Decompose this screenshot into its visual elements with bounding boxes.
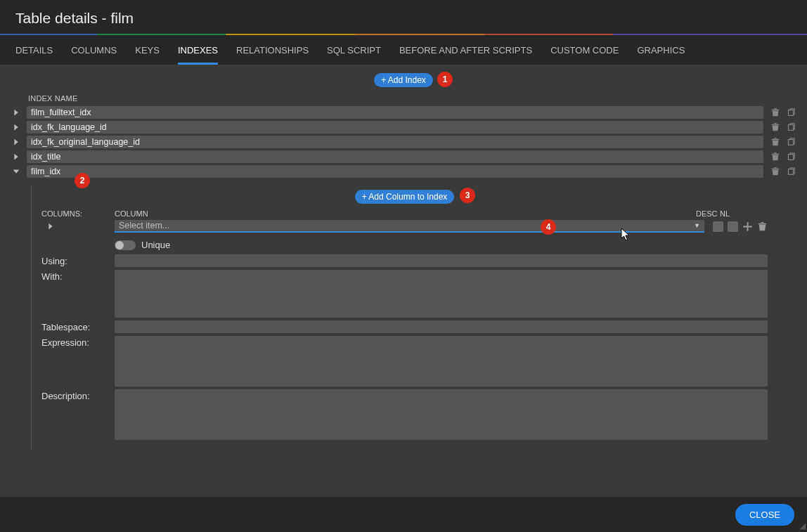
- index-column-row: Select item... ▼ 4: [41, 220, 768, 233]
- tablespace-label: Tablespace:: [41, 320, 115, 332]
- index-name-input[interactable]: [27, 136, 763, 148]
- unique-label: Unique: [141, 240, 170, 250]
- with-label: With:: [41, 270, 115, 282]
- chevron-right-icon[interactable]: [11, 152, 22, 162]
- callout-3: 3: [460, 188, 475, 203]
- svg-rect-3: [789, 154, 794, 160]
- column-header: COLUMN: [115, 209, 696, 218]
- titlebar: Table details - film: [0, 0, 807, 34]
- copy-icon[interactable]: [786, 137, 796, 147]
- add-column-row: + Add Column to Index 3: [41, 190, 768, 204]
- desc-checkbox[interactable]: [713, 221, 723, 232]
- chevron-right-icon[interactable]: [11, 137, 22, 147]
- index-row: [11, 134, 796, 149]
- with-textarea[interactable]: [115, 270, 768, 318]
- index-list: INDEX NAME: [0, 94, 807, 450]
- column-select[interactable]: Select item... ▼: [115, 220, 704, 233]
- tab-indexes[interactable]: INDEXES: [178, 45, 218, 65]
- columns-label: COLUMNS:: [41, 209, 115, 218]
- index-name-input[interactable]: [27, 106, 763, 119]
- add-index-row: + Add Index 1: [0, 73, 807, 87]
- select-placeholder: Select item...: [119, 221, 169, 231]
- tab-columns[interactable]: COLUMNS: [71, 45, 117, 65]
- copy-icon[interactable]: [786, 108, 796, 117]
- trash-icon[interactable]: [770, 122, 780, 132]
- svg-rect-1: [789, 124, 794, 130]
- expression-textarea[interactable]: [115, 336, 768, 387]
- trash-icon[interactable]: [757, 221, 768, 232]
- tab-bar: DETAILS COLUMNS KEYS INDEXES RELATIONSHI…: [0, 35, 807, 65]
- trash-icon[interactable]: [770, 152, 780, 162]
- index-name-input[interactable]: [27, 121, 763, 134]
- chevron-down-icon[interactable]: [11, 167, 22, 176]
- trash-icon[interactable]: [770, 167, 780, 176]
- index-detail-panel: + Add Column to Index 3 COLUMNS: COLUMN …: [31, 186, 796, 450]
- move-icon[interactable]: [742, 221, 753, 232]
- using-label: Using:: [41, 254, 115, 266]
- tab-custom-code[interactable]: CUSTOM CODE: [550, 45, 619, 65]
- close-button[interactable]: CLOSE: [735, 504, 794, 526]
- svg-rect-2: [789, 139, 794, 145]
- trash-icon[interactable]: [770, 137, 780, 147]
- index-row: [11, 149, 796, 164]
- chevron-right-icon[interactable]: [41, 221, 110, 231]
- tab-keys[interactable]: KEYS: [135, 45, 160, 65]
- index-name-input[interactable]: [27, 150, 763, 163]
- chevron-right-icon[interactable]: [11, 122, 22, 132]
- tab-relationships[interactable]: RELATIONSHIPS: [236, 45, 309, 65]
- index-name-header: INDEX NAME: [11, 94, 796, 103]
- nl-header: NL: [717, 209, 732, 218]
- callout-4: 4: [541, 219, 556, 235]
- resize-grip-icon[interactable]: ◢: [799, 521, 806, 531]
- chevron-right-icon[interactable]: [11, 108, 22, 117]
- svg-rect-0: [789, 110, 794, 115]
- unique-row: Unique: [115, 240, 768, 250]
- copy-icon[interactable]: [786, 152, 796, 162]
- svg-rect-4: [789, 169, 794, 174]
- copy-icon[interactable]: [786, 167, 796, 176]
- expression-label: Expression:: [41, 336, 115, 348]
- description-label: Description:: [41, 389, 115, 401]
- description-textarea[interactable]: [115, 389, 768, 440]
- footer: CLOSE ◢: [0, 497, 807, 532]
- index-row: [11, 119, 796, 134]
- index-name-input[interactable]: [27, 165, 763, 178]
- tab-before-after-scripts[interactable]: BEFORE AND AFTER SCRIPTS: [399, 45, 532, 65]
- body-area: + Add Index 1 INDEX NAME: [0, 65, 807, 505]
- using-input[interactable]: [115, 254, 768, 267]
- copy-icon[interactable]: [786, 122, 796, 132]
- callout-1: 1: [437, 72, 453, 87]
- caret-down-icon: ▼: [694, 222, 700, 229]
- page-title: Table details - film: [15, 10, 792, 27]
- add-index-button[interactable]: + Add Index: [374, 73, 433, 87]
- tab-graphics[interactable]: GRAPHICS: [637, 45, 685, 65]
- tab-sql-script[interactable]: SQL SCRIPT: [327, 45, 381, 65]
- add-column-to-index-button[interactable]: + Add Column to Index: [355, 190, 455, 204]
- header-divider: [0, 34, 807, 35]
- tab-details[interactable]: DETAILS: [15, 45, 53, 65]
- desc-header: DESC: [696, 209, 717, 218]
- column-headers: COLUMNS: COLUMN DESC NL: [41, 209, 768, 218]
- unique-toggle[interactable]: [115, 240, 136, 250]
- index-row: 2: [11, 164, 796, 179]
- tablespace-input[interactable]: [115, 320, 768, 333]
- index-row: [11, 105, 796, 119]
- trash-icon[interactable]: [770, 108, 780, 117]
- nl-checkbox[interactable]: [728, 221, 738, 232]
